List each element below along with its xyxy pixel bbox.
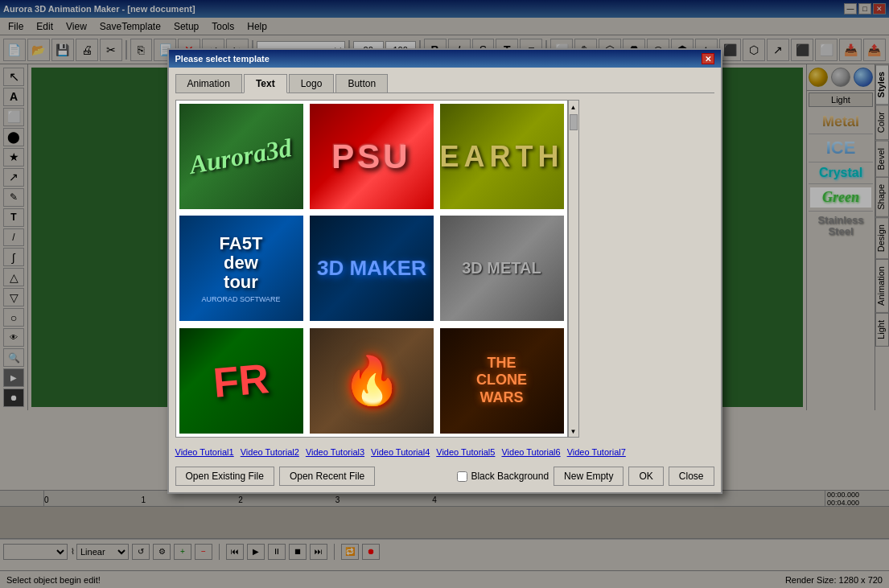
modal-footer: Open Existing File Open Recent File Blac… xyxy=(169,460,721,492)
new-empty-button[interactable]: New Empty xyxy=(554,467,624,486)
footer-left-buttons: Open Existing File Open Recent File xyxy=(175,467,376,486)
ok-button[interactable]: OK xyxy=(628,467,663,486)
modal-close-button[interactable]: ✕ xyxy=(702,53,714,64)
template-grid: Aurora3d PSU EARTH xyxy=(175,100,568,438)
modal-title: Please select template xyxy=(175,54,270,64)
open-recent-button[interactable]: Open Recent File xyxy=(279,467,375,486)
tutorial6-link[interactable]: Video Tutorial6 xyxy=(501,447,560,457)
open-existing-button[interactable]: Open Existing File xyxy=(175,467,274,486)
template-clone[interactable]: THECLONEWARS xyxy=(438,327,566,435)
template-metal3d[interactable]: 3D METAL xyxy=(438,214,566,323)
black-bg-checkbox[interactable] xyxy=(457,471,467,482)
template-grid-container: Aurora3d PSU EARTH xyxy=(175,100,714,438)
black-bg-label: Black Background xyxy=(471,471,549,482)
footer-right-controls: Black Background New Empty OK Close xyxy=(457,467,714,486)
modal-overlay: Please select template ✕ Animation Text … xyxy=(0,0,889,588)
scroll-down[interactable]: ▼ xyxy=(569,426,578,437)
tutorial5-link[interactable]: Video Tutorial5 xyxy=(436,447,495,457)
close-button[interactable]: Close xyxy=(669,467,714,486)
tutorial7-link[interactable]: Video Tutorial7 xyxy=(567,447,626,457)
scroll-thumb[interactable] xyxy=(570,114,578,130)
template-scrollbar[interactable]: ▲ ▼ xyxy=(568,100,579,438)
tab-button[interactable]: Button xyxy=(335,74,388,93)
tutorial3-link[interactable]: Video Tutorial3 xyxy=(306,447,364,457)
tutorial1-link[interactable]: Video Tutorial1 xyxy=(175,447,234,457)
template-3dmaker[interactable]: 3D MAKER xyxy=(308,214,435,323)
modal-body: Animation Text Logo Button Aurora3d xyxy=(169,68,721,444)
template-earth[interactable]: EARTH xyxy=(438,102,566,211)
template-dew[interactable]: FA5Tdewtour AURORAD SOFTWARE xyxy=(178,214,305,323)
template-aurora[interactable]: Aurora3d xyxy=(178,102,305,211)
tab-animation[interactable]: Animation xyxy=(175,74,242,93)
tab-text[interactable]: Text xyxy=(244,74,287,93)
modal-tabs: Animation Text Logo Button xyxy=(175,74,714,93)
modal-title-bar: Please select template ✕ xyxy=(169,50,721,68)
tutorial4-link[interactable]: Video Tutorial4 xyxy=(371,447,430,457)
tutorial-links: Video Tutorial1 Video Tutorial2 Video Tu… xyxy=(169,444,721,460)
tab-logo[interactable]: Logo xyxy=(289,74,335,93)
template-dialog: Please select template ✕ Animation Text … xyxy=(167,48,722,494)
tutorial2-link[interactable]: Video Tutorial2 xyxy=(241,447,299,457)
scroll-up[interactable]: ▲ xyxy=(569,102,578,113)
template-psd[interactable]: PSU xyxy=(308,102,435,211)
template-fire[interactable]: 🔥 xyxy=(308,327,435,435)
black-bg-control: Black Background xyxy=(457,471,549,482)
template-fr[interactable]: FR xyxy=(178,327,305,435)
